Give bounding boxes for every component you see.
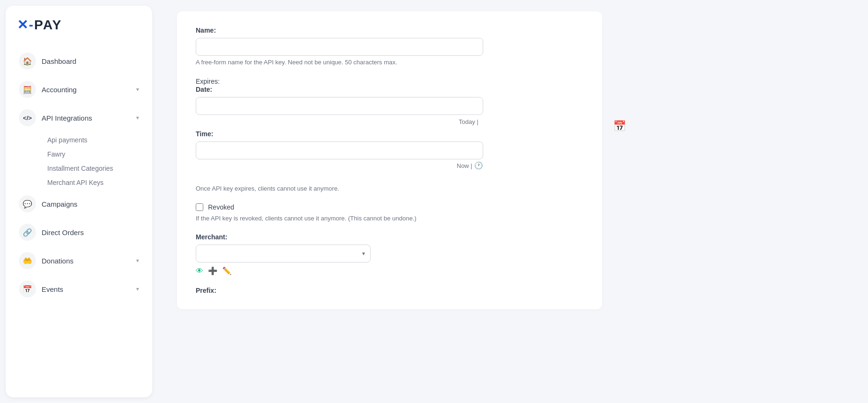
merchant-actions: 👁 ➕ ✏️ xyxy=(196,266,583,275)
code-icon: </> xyxy=(19,109,36,126)
chevron-down-icon: ▾ xyxy=(136,86,139,93)
sidebar-item-label: Accounting xyxy=(42,86,136,94)
merchant-select-wrapper: ▾ xyxy=(196,245,371,263)
sidebar-item-label: API Integrations xyxy=(42,114,136,122)
name-hint: A free-form name for the API key. Need n… xyxy=(196,59,583,66)
merchant-field-group: Merchant: ▾ 👁 ➕ ✏️ xyxy=(196,233,583,275)
now-link[interactable]: Now | xyxy=(457,162,472,169)
chevron-down-icon: ▾ xyxy=(136,114,139,121)
logo: ✕ - PAY xyxy=(13,17,145,33)
sidebar-item-fawry[interactable]: Fawry xyxy=(42,147,145,161)
date-label: Date: xyxy=(196,86,483,93)
events-icon: 📅 xyxy=(19,280,36,298)
merchant-select[interactable] xyxy=(196,245,371,263)
sidebar-item-accounting[interactable]: 🧮 Accounting ▾ xyxy=(13,76,145,103)
donations-icon: 🤲 xyxy=(19,252,36,269)
calendar-icon-float[interactable]: 📅 xyxy=(613,120,626,132)
name-input[interactable] xyxy=(196,38,483,56)
view-merchant-icon[interactable]: 👁 xyxy=(196,267,203,275)
merchant-label: Merchant: xyxy=(196,233,583,241)
revoked-hint: If the API key is revoked, clients canno… xyxy=(196,215,583,222)
expires-group: Expires: Date: Today | Time: Now | 🕐 Onc… xyxy=(196,77,583,192)
sidebar: ✕ - PAY 🏠 Dashboard 🧮 Accounting ▾ </> A… xyxy=(6,6,152,397)
sidebar-item-merchant-api-keys[interactable]: Merchant API Keys xyxy=(42,175,145,190)
main-content: Name: A free-form name for the API key. … xyxy=(158,0,868,403)
prefix-label: Prefix: xyxy=(196,287,583,294)
calendar-icon: 📅 xyxy=(613,120,626,132)
calculator-icon: 🧮 xyxy=(19,81,36,98)
edit-merchant-icon[interactable]: ✏️ xyxy=(222,266,232,275)
today-link[interactable]: Today | xyxy=(459,118,478,125)
sidebar-item-api-integrations[interactable]: </> API Integrations ▾ xyxy=(13,105,145,131)
add-merchant-icon[interactable]: ➕ xyxy=(208,266,217,275)
campaigns-icon: 💬 xyxy=(19,195,36,212)
api-key-form: Name: A free-form name for the API key. … xyxy=(177,11,602,309)
sidebar-item-campaigns[interactable]: 💬 Campaigns xyxy=(13,191,145,217)
sidebar-item-label: Dashboard xyxy=(42,57,139,65)
revoked-row: Revoked xyxy=(196,203,583,211)
name-field-group: Name: A free-form name for the API key. … xyxy=(196,26,583,66)
sidebar-item-events[interactable]: 📅 Events ▾ xyxy=(13,276,145,302)
chevron-down-icon: ▾ xyxy=(136,286,139,292)
chevron-down-icon: ▾ xyxy=(136,257,139,264)
time-label: Time: xyxy=(196,130,483,138)
expires-label: Expires: xyxy=(196,78,220,85)
api-integrations-submenu: Api payments Fawry Installment Categorie… xyxy=(13,133,145,190)
sidebar-item-installment-categories[interactable]: Installment Categories xyxy=(42,161,145,175)
revoked-label: Revoked xyxy=(208,203,234,211)
time-input[interactable] xyxy=(196,141,483,159)
sidebar-item-direct-orders[interactable]: 🔗 Direct Orders xyxy=(13,219,145,245)
sidebar-item-donations[interactable]: 🤲 Donations ▾ xyxy=(13,247,145,274)
revoked-checkbox[interactable] xyxy=(196,203,203,211)
logo-pay: PAY xyxy=(34,18,62,33)
sidebar-item-label: Donations xyxy=(42,257,136,265)
logo-dash: - xyxy=(29,18,33,33)
prefix-field-group: Prefix: xyxy=(196,287,583,294)
sidebar-item-label: Campaigns xyxy=(42,200,139,208)
logo-x: ✕ xyxy=(17,17,28,33)
sidebar-item-api-payments[interactable]: Api payments xyxy=(42,133,145,147)
home-icon: 🏠 xyxy=(19,53,36,70)
clock-icon: 🕐 xyxy=(474,161,483,170)
sidebar-item-dashboard[interactable]: 🏠 Dashboard xyxy=(13,48,145,74)
date-input[interactable] xyxy=(196,97,483,115)
direct-orders-icon: 🔗 xyxy=(19,224,36,241)
sidebar-item-label: Events xyxy=(42,285,136,293)
name-label: Name: xyxy=(196,26,583,34)
sidebar-item-label: Direct Orders xyxy=(42,228,139,237)
expire-hint: Once API key expires, clients cannot use… xyxy=(196,185,583,192)
